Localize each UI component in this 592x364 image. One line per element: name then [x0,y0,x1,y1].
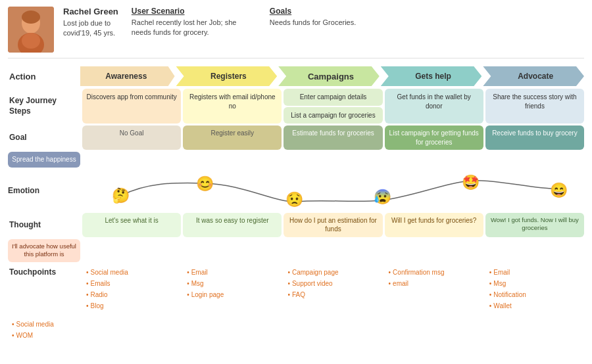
goal-cell-4: Receive funds to buy grocery [485,125,584,150]
journey-cell-4: Get funds in the wallet by donor [385,89,483,124]
journey-label: Key Journey Steps [8,89,80,124]
journey-cell-0: Discovers app from community [82,89,181,124]
avatar [8,7,54,53]
scenario-title: User Scenario [132,7,250,16]
journey-row: Key Journey Steps Discovers app from com… [8,89,584,124]
page: { "header": { "persona_name": "Rachel Gr… [0,0,592,352]
thought-cell-1: It was so easy to register [183,213,282,237]
thought-cell-5: I'll advocate how useful this platform i… [8,239,80,263]
scenario-text: Rachel recently lost her Job; she needs … [132,18,250,38]
touchpoints-label: Touchpoints [8,264,80,280]
touch-cell-0: Social media Emails Radio Blog [82,264,181,314]
goal-cell-1: Register easily [183,125,282,150]
thought-cell-2: How do I put an estimation for funds [284,213,382,237]
touch-cell-2: Campaign page Support video FAQ [284,264,382,303]
thought-row: Thought Let's see what it is It was so e… [8,213,584,263]
emoji-1: 😊 [196,175,214,193]
touch-cell-1: Email Msg Login page [183,264,282,303]
action-campaigns: Campaigns [278,66,380,86]
journey-cell-1: Registers with email id/phone no [183,89,282,124]
touchpoints-row: Touchpoints Social media Emails Radio Bl… [8,264,584,344]
touch-cell-3: Confirmation msg email [385,264,483,292]
goal-cell-0: No Goal [82,125,181,150]
persona-desc: Lost job due tocovid'19, 45 yrs. [63,18,118,39]
touch-cell-4: Email Msg Notification Wallet [485,264,584,314]
thought-label: Thought [8,213,80,237]
header: Rachel Green Lost job due tocovid'19, 45… [8,7,584,58]
emoji-3: 😰 [374,189,391,206]
journey-cell-3: List a campaign for groceries [284,107,382,124]
action-advocate: Advocate [483,66,584,86]
journey-cell-5: Share the success story with friends [485,89,584,124]
persona-name: Rachel Green [63,7,118,16]
svg-point-4 [22,33,40,49]
thought-cell-4: Wow! I got funds. Now I will buy groceri… [485,213,584,237]
thought-cell-3: Will I get funds for groceries? [385,213,483,237]
goal-cell-3: List campaign for getting funds for groc… [385,125,483,150]
thought-cell-0: Let's see what it is [82,213,181,237]
action-label: Action [8,66,80,86]
goals-title: Goals [270,7,356,16]
action-getshelp: Gets help [381,66,482,86]
emoji-5: 😄 [550,182,568,199]
goal-row: Goal No Goal Register easily Estimate fu… [8,125,584,168]
emotion-label: Emotion [8,186,80,195]
touch-cell-5: Social media WOM [8,316,80,344]
goal-cell-2: Estimate funds for groceries [284,125,382,150]
emoji-2: 😟 [285,191,303,208]
goals-text: Needs funds for Groceries. [270,18,356,28]
action-registers: Registers [176,66,278,86]
emotion-curve [80,170,584,211]
emotion-row: Emotion 🤔 😊 😟 😰 🤩 😄 [8,170,584,211]
emoji-4: 🤩 [462,174,480,191]
action-awareness: Awareness [80,66,175,86]
journey-cell-2: Enter campaign details [284,89,382,106]
emoji-0: 🤔 [112,187,130,204]
goal-cell-5: Spread the happiness [8,152,80,168]
svg-point-2 [22,11,40,24]
goal-label: Goal [8,125,80,150]
